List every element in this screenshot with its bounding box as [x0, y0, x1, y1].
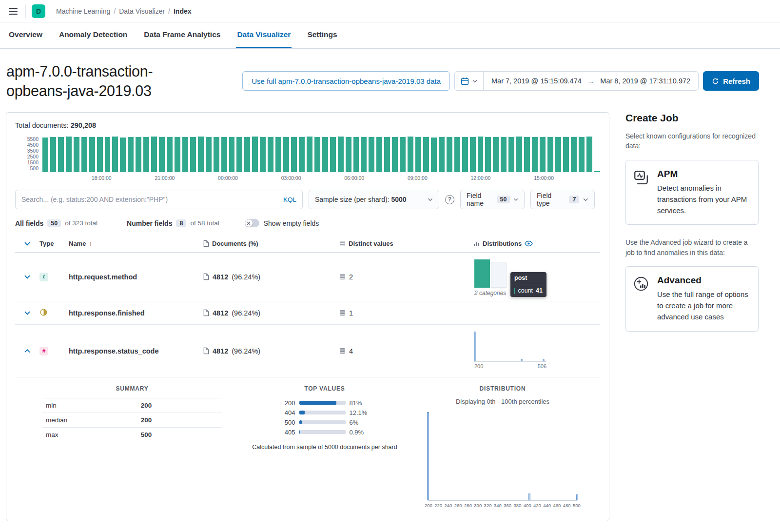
mini-histogram-bar	[474, 332, 476, 361]
doc-count-bar	[175, 137, 180, 172]
distribution-plot[interactable]	[428, 412, 577, 501]
doc-count-bar	[547, 137, 553, 172]
field-name-count-badge: 50	[497, 196, 510, 203]
all-fields-count-badge: 50	[47, 219, 61, 227]
create-job-intro: Select known configurations for recogniz…	[625, 131, 759, 151]
tab-settings[interactable]: Settings	[306, 22, 338, 48]
tab-bar: Overview Anomaly Detection Data Frame An…	[0, 22, 780, 49]
distribution-bar	[528, 493, 530, 500]
doc-count-bar	[447, 137, 452, 172]
column-documents[interactable]: Documents (%)	[203, 240, 339, 247]
doc-count-bar	[470, 137, 476, 172]
tab-overview[interactable]: Overview	[8, 22, 43, 48]
expand-row-button[interactable]	[22, 273, 32, 281]
mini-axis-min: 200	[474, 363, 483, 369]
fields-table: Type Name ↑ Documents (%) Distinct value…	[15, 235, 600, 377]
doc-count-bar	[50, 137, 56, 172]
table-row-http-response-finished[interactable]: http.response.finished 4812(96.24%) 1	[15, 301, 600, 325]
top-values-note: Calculated from sample of 5000 documents…	[249, 444, 400, 451]
menu-icon[interactable]	[7, 6, 20, 17]
doc-count-bar	[167, 137, 173, 172]
start-date[interactable]: Mar 7, 2019 @ 15:15:09.474	[491, 77, 582, 85]
doc-count-bar	[338, 137, 344, 172]
kql-button[interactable]: KQL	[283, 196, 296, 203]
column-type[interactable]: Type	[39, 240, 69, 247]
documents-cell: 4812(96.24%)	[203, 273, 339, 281]
distribution-subtitle: Displaying 0th - 100th percentiles	[425, 398, 581, 405]
show-empty-fields-toggle[interactable]	[245, 219, 259, 227]
top-values-title: TOP VALUES	[249, 385, 400, 392]
column-distinct-values[interactable]: Distinct values	[339, 240, 473, 247]
doc-count-bar	[361, 137, 367, 172]
field-type-boolean-icon	[39, 308, 48, 316]
doc-count-bar	[221, 137, 227, 172]
doc-count-bar	[501, 137, 507, 172]
apm-card-title: APM	[657, 169, 750, 179]
doc-count-bar	[493, 137, 499, 172]
distinct-values-cell: 1	[339, 309, 473, 317]
field-type-select[interactable]: Field type 7	[530, 190, 595, 209]
help-icon[interactable]: ?	[445, 195, 454, 204]
doc-count-bar	[376, 137, 382, 172]
date-arrow-icon: →	[587, 77, 595, 85]
document-count-chart: 55004500350025001500500	[15, 135, 600, 172]
breadcrumb-data-visualizer[interactable]: Data Visualizer	[119, 7, 165, 15]
doc-count-bar	[384, 137, 390, 172]
calendar-dropdown[interactable]	[455, 72, 484, 90]
doc-count-bar	[485, 137, 491, 172]
distinct-values-cell: 4	[339, 347, 473, 355]
summary-row-min: min 200	[42, 398, 222, 413]
doc-count-bar	[143, 137, 149, 172]
chart-tooltip: post count 41	[510, 272, 546, 297]
field-name-select[interactable]: Field name 50	[460, 190, 525, 209]
use-full-data-button[interactable]: Use full apm-7.0.0-transaction-opbeans-j…	[242, 71, 450, 91]
eye-icon[interactable]	[525, 240, 533, 247]
advanced-icon	[634, 275, 650, 323]
total-documents: Total documents: 290,208	[15, 121, 600, 129]
breadcrumb: Machine Learning / Data Visualizer / Ind…	[56, 7, 192, 15]
sort-ascending-icon: ↑	[89, 240, 92, 247]
collapse-row-button[interactable]	[22, 347, 32, 355]
doc-count-bar	[431, 138, 437, 172]
doc-count-bar	[136, 137, 141, 172]
doc-count-bar	[291, 137, 297, 172]
advanced-intro: Use the Advanced job wizard to create a …	[625, 237, 759, 257]
cross-icon	[247, 221, 251, 225]
advanced-job-card[interactable]: Advanced Use the full range of options t…	[625, 266, 759, 332]
expand-row-button[interactable]	[22, 309, 32, 317]
summary-section: SUMMARY min 200 median 200 max 500	[42, 385, 222, 508]
status-code-mini-histogram[interactable]: 200 506	[474, 332, 546, 369]
doc-count-bar	[516, 137, 522, 172]
doc-count-bar	[322, 137, 328, 172]
field-type-number-icon: #	[39, 347, 48, 355]
table-row-http-request-method[interactable]: t http.request.method 4812(96.24%) 2 2 c…	[15, 253, 600, 301]
doc-count-bar	[105, 137, 111, 172]
tab-data-frame-analytics[interactable]: Data Frame Analytics	[143, 22, 221, 48]
doc-count-bar	[268, 137, 273, 172]
column-name[interactable]: Name ↑	[69, 240, 203, 247]
refresh-button[interactable]: Refresh	[703, 71, 759, 91]
chevron-down-icon	[514, 198, 518, 201]
end-date[interactable]: Mar 8, 2019 @ 17:31:10.972	[600, 77, 690, 85]
doc-count-bars[interactable]	[42, 135, 600, 172]
search-input[interactable]	[21, 196, 283, 203]
tab-data-visualizer[interactable]: Data Visualizer	[236, 22, 292, 48]
number-fields-total: of 58 total	[190, 219, 219, 227]
table-row-http-response-status-code[interactable]: # http.response.status_code 4812(96.24%)…	[15, 325, 600, 377]
sample-size-select[interactable]: Sample size (per shard): 5000	[309, 190, 439, 209]
apm-job-card[interactable]: APM Detect anomalies in transactions fro…	[625, 160, 759, 225]
category-mini-chart[interactable]: 2 categories	[474, 259, 509, 296]
tooltip-metric-value: 41	[536, 287, 543, 294]
doc-count-xaxis: 18:00:0021:00:0000:00:0003:00:0006:00:00…	[42, 172, 600, 181]
create-job-sidebar: Create Job Select known configurations f…	[625, 112, 759, 332]
column-distributions[interactable]: Distributions	[473, 240, 600, 247]
doc-count-bar	[532, 137, 538, 172]
total-documents-count: 290,208	[71, 121, 96, 129]
doc-count-bar	[478, 137, 484, 172]
chevron-down-icon	[24, 275, 30, 279]
doc-count-bar	[439, 137, 445, 172]
breadcrumb-machine-learning[interactable]: Machine Learning	[56, 7, 110, 15]
mini-axis-max: 506	[538, 363, 546, 369]
tab-anomaly-detection[interactable]: Anomaly Detection	[58, 22, 128, 48]
deployment-badge[interactable]: D	[32, 4, 45, 18]
